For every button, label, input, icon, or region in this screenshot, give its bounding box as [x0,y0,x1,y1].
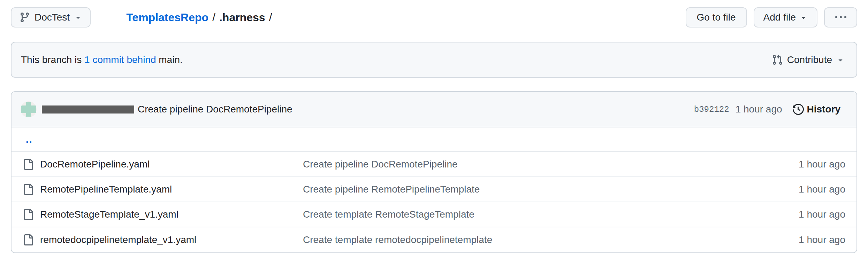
contribute-label: Contribute [787,54,832,65]
branch-status-banner: This branch is 1 commit behind main. Con… [11,42,857,78]
breadcrumb-separator: / [208,11,219,24]
branch-selector-button[interactable]: DocTest [11,7,91,28]
branch-status-text: This branch is 1 commit behind main. [21,54,183,65]
file-name-cell: remotedocpipelinetemplate_v1.yaml [23,234,303,245]
commits-behind-link[interactable]: 1 commit behind [84,54,156,65]
history-label: History [807,104,840,115]
repo-header-actions: Go to file Add file [686,7,857,28]
breadcrumb: TemplatesRepo / .harness / [126,11,276,24]
file-name-cell: RemoteStageTemplate_v1.yaml [23,209,303,220]
file-commit-time: 1 hour ago [799,234,845,245]
file-name-link[interactable]: DocRemotePipeline.yaml [40,159,150,170]
breadcrumb-current-dir: .harness [219,11,265,24]
chevron-down-icon [836,56,845,64]
file-table: Create pipeline DocRemotePipeline b39212… [11,91,857,253]
contribute-button[interactable]: Contribute [772,54,845,65]
repo-file-browser: DocTest TemplatesRepo / .harness / Go to… [0,0,868,253]
file-icon [23,184,34,195]
file-commit-message-link[interactable]: Create pipeline DocRemotePipeline [303,159,799,170]
file-icon [23,234,34,245]
breadcrumb-repo-link[interactable]: TemplatesRepo [126,11,208,24]
go-to-file-button[interactable]: Go to file [686,7,747,28]
breadcrumb-trailing-separator: / [265,11,276,24]
file-commit-time: 1 hour ago [799,184,845,195]
file-commit-message-link[interactable]: Create template remotedocpipelinetemplat… [303,234,799,245]
latest-commit-message-link[interactable]: Create pipeline DocRemotePipeline [138,104,292,115]
repo-header-bar: DocTest TemplatesRepo / .harness / Go to… [11,7,857,28]
git-branch-icon [19,12,30,23]
history-icon [793,104,804,115]
file-name-link[interactable]: RemoteStageTemplate_v1.yaml [40,209,178,220]
file-name-link[interactable]: remotedocpipelinetemplate_v1.yaml [40,234,196,245]
file-name-cell: RemotePipelineTemplate.yaml [23,184,303,195]
latest-commit-meta: b392122 1 hour ago History [694,104,840,115]
file-commit-message-link[interactable]: Create template RemoteStageTemplate [303,209,799,220]
parent-directory-link[interactable]: .. [26,134,33,145]
add-file-button[interactable]: Add file [754,7,817,28]
file-commit-time: 1 hour ago [799,209,845,220]
parent-directory-row[interactable]: .. [12,127,856,152]
table-row[interactable]: RemotePipelineTemplate.yaml Create pipel… [12,177,856,202]
table-row[interactable]: RemoteStageTemplate_v1.yaml Create templ… [12,202,856,227]
table-row[interactable]: remotedocpipelinetemplate_v1.yaml Create… [12,227,856,252]
file-icon [23,159,34,170]
history-button[interactable]: History [793,104,840,115]
chevron-down-icon [74,13,82,22]
file-name-link[interactable]: RemotePipelineTemplate.yaml [40,184,172,195]
latest-commit-row: Create pipeline DocRemotePipeline b39212… [12,92,856,127]
table-row[interactable]: DocRemotePipeline.yaml Create pipeline D… [12,152,856,177]
git-pull-request-icon [772,54,783,65]
file-commit-time: 1 hour ago [799,159,845,170]
chevron-down-icon [799,13,808,22]
commit-hash-link[interactable]: b392122 [694,105,729,114]
kebab-horizontal-icon [835,12,846,23]
file-commit-message-link[interactable]: Create pipeline RemotePipelineTemplate [303,184,799,195]
redacted-username [42,105,134,114]
commit-time: 1 hour ago [736,104,782,115]
file-icon [23,209,34,220]
add-file-label: Add file [763,12,796,23]
branch-name-label: DocTest [35,12,70,23]
avatar[interactable] [21,101,37,117]
more-options-button[interactable] [824,7,857,28]
file-name-cell: DocRemotePipeline.yaml [23,159,303,170]
